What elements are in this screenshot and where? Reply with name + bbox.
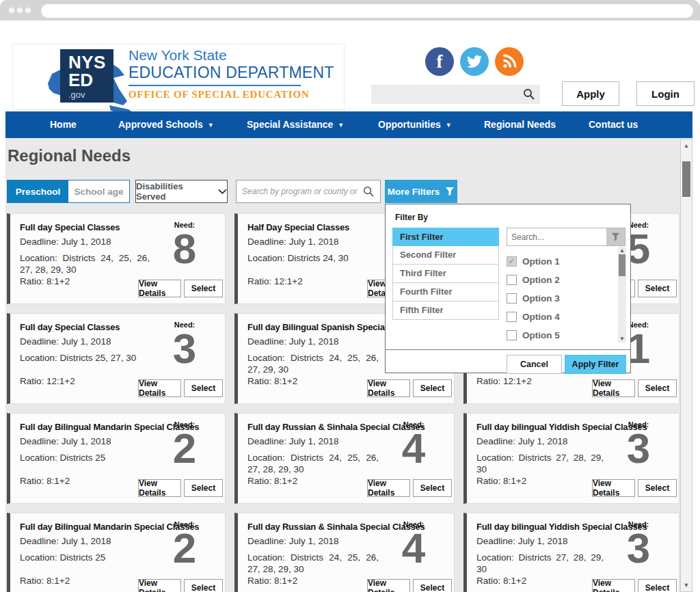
scroll-up-icon[interactable]: ▲ bbox=[618, 247, 626, 254]
card-deadline: Deadline: July 1, 2018 bbox=[20, 336, 111, 347]
checkbox-unchecked-icon[interactable] bbox=[507, 293, 517, 304]
program-card: Full day Russian & Sinhala Special Class… bbox=[234, 413, 455, 504]
filter-category-item[interactable]: Second Filter bbox=[392, 246, 499, 265]
chevron-down-icon: ▼ bbox=[338, 122, 344, 129]
need-value: 2 bbox=[161, 528, 208, 569]
rss-glyph-icon bbox=[501, 53, 517, 70]
view-details-button[interactable]: View Details bbox=[138, 280, 181, 297]
filter-option-search-button[interactable] bbox=[606, 228, 625, 245]
header-search-input[interactable] bbox=[375, 86, 519, 103]
view-details-button[interactable]: View Details bbox=[138, 579, 181, 592]
select-button[interactable]: Select bbox=[413, 579, 452, 592]
options-scrollbar[interactable]: ▲ ▼ bbox=[618, 247, 626, 342]
card-buttons: View Details Select bbox=[138, 379, 223, 397]
view-details-button[interactable]: View Details bbox=[138, 379, 181, 397]
select-button[interactable]: Select bbox=[184, 379, 223, 397]
nysed-logo[interactable]: NYS ED .gov bbox=[42, 48, 135, 116]
select-button[interactable]: Select bbox=[184, 479, 223, 497]
view-details-button[interactable]: View Details bbox=[592, 379, 635, 397]
filter-options-list: ✓Option 1Option 2Option 3Option 4Option … bbox=[507, 252, 615, 345]
screen: NYS ED .gov New York State EDUCATION DEP… bbox=[0, 0, 700, 592]
need-value: 4 bbox=[390, 528, 438, 569]
card-location: Location: Districts 25 bbox=[20, 552, 150, 563]
disabilities-served-dropdown[interactable]: Disabilities Served bbox=[135, 180, 228, 203]
card-buttons: View Details Select bbox=[592, 379, 677, 397]
more-filters-button[interactable]: More Filters bbox=[385, 180, 457, 203]
filter-category-item[interactable]: Fifth Filter bbox=[392, 301, 499, 320]
select-button[interactable]: Select bbox=[638, 479, 677, 497]
search-icon[interactable] bbox=[363, 186, 375, 198]
search-icon[interactable] bbox=[523, 88, 535, 100]
nav-item-label: Contact us bbox=[589, 119, 638, 130]
filter-category-item[interactable]: First Filter bbox=[392, 228, 499, 246]
card-deadline: Deadline: July 1, 2018 bbox=[20, 436, 111, 446]
login-button[interactable]: Login bbox=[636, 81, 695, 106]
filter-funnel-icon bbox=[611, 232, 620, 241]
facebook-icon[interactable]: f bbox=[425, 47, 454, 76]
select-button[interactable]: Select bbox=[413, 379, 452, 397]
need-block: Need: 2 bbox=[161, 520, 208, 569]
select-button[interactable]: Select bbox=[413, 479, 452, 497]
card-deadline: Deadline: July 1, 2018 bbox=[476, 436, 568, 446]
address-bar[interactable] bbox=[41, 4, 693, 18]
select-button[interactable]: Select bbox=[638, 280, 677, 297]
card-location: Location: Districts 25, 27, 30 bbox=[20, 352, 150, 364]
filter-category-item[interactable]: Third Filter bbox=[392, 265, 499, 283]
card-buttons: View Details Select bbox=[138, 280, 223, 297]
filter-modal-title: Filter By bbox=[395, 213, 428, 222]
card-location: Location: Districts 24, 25, 26, 27, 28, … bbox=[247, 552, 379, 575]
scroll-down-icon[interactable]: ▼ bbox=[681, 582, 692, 589]
nav-item-contact-us[interactable]: Contact us bbox=[589, 111, 638, 138]
page-scrollbar[interactable]: ▲ ▼ bbox=[680, 139, 692, 592]
scrollbar-thumb[interactable] bbox=[619, 254, 625, 276]
nav-item-opportunities[interactable]: Opportunities▼ bbox=[378, 111, 452, 138]
scroll-up-icon[interactable]: ▲ bbox=[681, 142, 692, 149]
scroll-down-icon[interactable]: ▼ bbox=[618, 336, 626, 342]
filter-option-search-input[interactable] bbox=[507, 228, 607, 245]
need-block: Need: 4 bbox=[390, 520, 438, 569]
rss-icon[interactable] bbox=[495, 47, 524, 76]
card-location: Location: Districts 24, 25, 26, 27, 28, … bbox=[247, 452, 379, 475]
filter-option-row: ✓Option 1 bbox=[507, 252, 615, 271]
checkbox-unchecked-icon[interactable] bbox=[507, 275, 517, 285]
view-details-button[interactable]: View Details bbox=[138, 479, 181, 497]
checkbox-unchecked-icon[interactable] bbox=[507, 312, 517, 322]
card-deadline: Deadline: July 1, 2018 bbox=[247, 536, 339, 546]
tab-preschool[interactable]: Preschool bbox=[8, 180, 68, 202]
apply-filter-button[interactable]: Apply Filter bbox=[565, 355, 626, 374]
select-button[interactable]: Select bbox=[638, 379, 677, 397]
cancel-button[interactable]: Cancel bbox=[507, 355, 562, 374]
select-button[interactable]: Select bbox=[184, 579, 223, 592]
program-card: Full day bilingual Yiddish Special Class… bbox=[463, 513, 679, 592]
card-location: Location: Districts 25 bbox=[20, 452, 150, 463]
chevron-down-icon: ▼ bbox=[446, 122, 452, 129]
card-buttons: View Details Select bbox=[138, 479, 223, 497]
filter-option-row: Option 5 bbox=[507, 326, 615, 345]
view-details-button[interactable]: View Details bbox=[367, 379, 410, 397]
card-ratio: Ratio: 8:1+2 bbox=[247, 576, 297, 586]
nav-item-approved-schools[interactable]: Approved Schools▼ bbox=[118, 111, 214, 138]
card-ratio: Ratio: 12:1+2 bbox=[20, 376, 75, 386]
checkbox-unchecked-icon[interactable] bbox=[507, 330, 517, 340]
view-details-button[interactable]: View Details bbox=[592, 579, 635, 592]
view-details-button[interactable]: View Details bbox=[592, 479, 635, 497]
nav-item-home[interactable]: Home bbox=[50, 111, 77, 138]
logo-abbr-line1: NYS bbox=[68, 53, 113, 71]
scrollbar-thumb[interactable] bbox=[682, 161, 690, 197]
view-details-button[interactable]: View Details bbox=[367, 579, 410, 592]
tab-school-age[interactable]: School age bbox=[68, 180, 129, 202]
card-title: Full day Special Classes bbox=[20, 222, 120, 232]
twitter-icon[interactable] bbox=[460, 47, 489, 76]
program-search-input[interactable] bbox=[242, 183, 360, 200]
agency-title-line1: New York State bbox=[129, 47, 347, 64]
view-details-button[interactable]: View Details bbox=[367, 479, 410, 497]
filter-category-item[interactable]: Fourth Filter bbox=[392, 283, 499, 301]
checkbox-checked-icon[interactable]: ✓ bbox=[507, 256, 517, 267]
nav-item-special-assistance[interactable]: Special Assistance▼ bbox=[247, 111, 344, 138]
chevron-down-icon: ▼ bbox=[208, 122, 214, 129]
nav-item-regional-needs[interactable]: Regional Needs bbox=[484, 111, 556, 138]
select-button[interactable]: Select bbox=[184, 280, 223, 297]
nav-item-label: Regional Needs bbox=[484, 119, 556, 130]
select-button[interactable]: Select bbox=[638, 579, 677, 592]
apply-button[interactable]: Apply bbox=[562, 81, 619, 106]
